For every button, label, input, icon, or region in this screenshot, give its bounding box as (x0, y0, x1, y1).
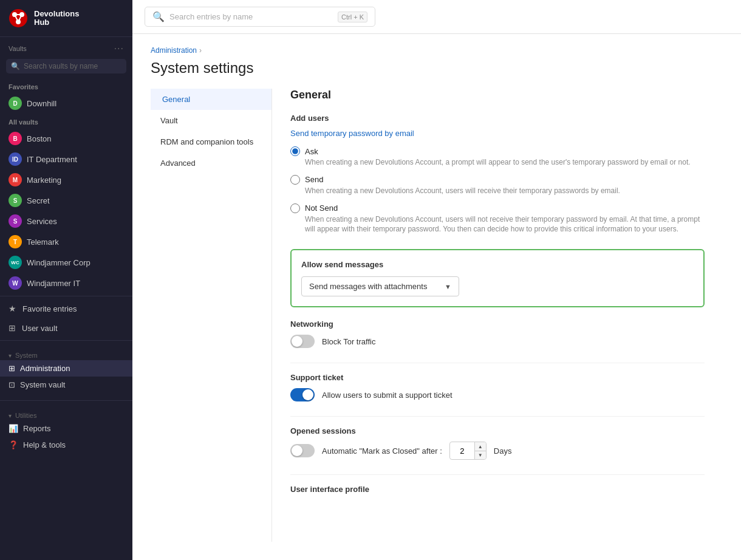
all-vaults-label: All vaults (0, 114, 132, 128)
svg-point-0 (9, 9, 27, 27)
radio-ask[interactable] (290, 146, 300, 156)
star-icon: ★ (9, 304, 16, 313)
nav-item-general[interactable]: General (151, 89, 271, 110)
support-ticket-allow-label: Allow users to submit a support ticket (322, 391, 452, 400)
sidebar-item-secret[interactable]: S Secret (0, 190, 132, 211)
sidebar-item-boston[interactable]: B Boston (0, 128, 132, 149)
vault-search[interactable]: 🔍 (6, 59, 126, 73)
global-search[interactable]: 🔍 Ctrl + K (145, 7, 375, 27)
days-increment[interactable]: ▲ (475, 442, 486, 451)
radio-send-label[interactable]: Send (305, 175, 323, 184)
separator-1 (290, 363, 705, 363)
help-tools-label: Help & tools (23, 440, 66, 449)
main-content: 🔍 Ctrl + K Administration › System setti… (132, 0, 741, 560)
telemark-avatar: T (9, 235, 22, 248)
system-vault-label: System vault (20, 380, 65, 389)
chevron-down-icon: ▼ (445, 283, 451, 290)
system-vault-icon: ⊡ (9, 380, 15, 389)
system-section: System ⊞ Administration ⊡ System vault (0, 343, 132, 398)
support-ticket-label: Support ticket (290, 373, 705, 382)
networking-label: Networking (290, 319, 705, 329)
sidebar-item-user-vault[interactable]: ⊞ User vault (0, 318, 132, 338)
allow-send-messages-box: Allow send messages Send messages with a… (290, 249, 705, 307)
content-layout: General Vault RDM and companion tools Ad… (151, 89, 723, 542)
allow-send-messages-label: Allow send messages (301, 260, 694, 269)
radio-option-ask: Ask When creating a new Devolutions Acco… (290, 146, 705, 168)
opened-sessions-label: Opened sessions (290, 426, 705, 435)
days-spinner[interactable]: ▲ ▼ (449, 442, 487, 460)
radio-ask-label[interactable]: Ask (305, 147, 318, 156)
radio-send-desc: When creating a new Devolutions Account,… (305, 186, 705, 196)
radio-not-send[interactable] (290, 203, 300, 213)
separator-3 (290, 474, 705, 475)
user-vault-icon: ⊞ (9, 323, 16, 333)
utilities-label: Utilities (0, 408, 132, 420)
breadcrumb-parent[interactable]: Administration (151, 46, 197, 55)
radio-send[interactable] (290, 175, 300, 185)
search-input[interactable] (169, 12, 333, 21)
days-input[interactable] (450, 444, 474, 458)
block-tor-toggle[interactable] (290, 335, 315, 348)
send-messages-dropdown[interactable]: Send messages with attachments ▼ (301, 276, 459, 296)
windjammer-corp-label: Windjammer Corp (27, 258, 90, 267)
services-label: Services (27, 217, 57, 226)
vault-search-icon: 🔍 (11, 62, 20, 70)
sidebar-item-windjammer-it[interactable]: W Windjammer IT (0, 273, 132, 293)
days-decrement[interactable]: ▼ (475, 451, 486, 459)
add-users-section: Add users Send temporary password by ema… (290, 114, 705, 234)
support-ticket-toggle[interactable] (290, 388, 315, 401)
sidebar-item-it-dept[interactable]: ID IT Department (0, 149, 132, 169)
reports-icon: 📊 (9, 424, 18, 433)
secret-avatar: S (9, 194, 22, 207)
sidebar-item-favorite-entries[interactable]: ★ Favorite entries (0, 299, 132, 318)
windjammer-it-label: Windjammer IT (27, 279, 80, 288)
block-tor-row: Block Tor traffic (290, 335, 705, 348)
auto-close-label: Automatic "Mark as Closed" after : (322, 446, 442, 456)
opened-sessions-toggle[interactable] (290, 444, 315, 457)
sidebar-item-reports[interactable]: 📊 Reports (0, 420, 132, 437)
user-interface-section: User interface profile (290, 485, 705, 494)
nav-item-vault[interactable]: Vault (151, 110, 271, 131)
vault-search-input[interactable] (24, 62, 121, 70)
panel-title: General (290, 89, 705, 101)
spinner-buttons: ▲ ▼ (474, 442, 486, 459)
radio-not-send-label[interactable]: Not Send (305, 203, 338, 213)
nav-item-rdm-tools[interactable]: RDM and companion tools (151, 131, 271, 152)
sidebar-item-administration[interactable]: ⊞ Administration (0, 360, 132, 377)
block-tor-label: Block Tor traffic (322, 337, 375, 346)
support-ticket-section: Support ticket Allow users to submit a s… (290, 373, 705, 401)
sidebar: Devolutions Hub Vaults ··· 🔍 Favorites D… (0, 0, 132, 560)
utilities-section: Utilities 📊 Reports ❓ Help & tools (0, 403, 132, 458)
vaults-menu-icon[interactable]: ··· (114, 43, 124, 54)
nav-item-advanced[interactable]: Advanced (151, 152, 271, 174)
sidebar-item-services[interactable]: S Services (0, 211, 132, 231)
system-label: System (0, 348, 132, 360)
radio-option-send: Send When creating a new Devolutions Acc… (290, 175, 705, 196)
sidebar-item-marketing[interactable]: M Marketing (0, 169, 132, 190)
topbar: 🔍 Ctrl + K (132, 0, 741, 34)
sidebar-item-help-tools[interactable]: ❓ Help & tools (0, 437, 132, 453)
sidebar-divider-2 (0, 340, 132, 341)
opened-sessions-section: Opened sessions Automatic "Mark as Close… (290, 426, 705, 460)
page-body: Administration › System settings General… (132, 34, 741, 560)
boston-avatar: B (9, 132, 22, 145)
logo-icon (9, 9, 28, 28)
sidebar-item-telemark[interactable]: T Telemark (0, 231, 132, 252)
content-area: Administration › System settings General… (132, 34, 741, 560)
temp-password-label: Send temporary password by email (290, 129, 705, 138)
sidebar-item-windjammer-corp[interactable]: WC Windjammer Corp (0, 252, 132, 273)
sidebar-item-system-vault[interactable]: ⊡ System vault (0, 377, 132, 393)
administration-label: Administration (20, 364, 70, 373)
sidebar-divider-3 (0, 400, 132, 401)
boston-label: Boston (27, 134, 51, 143)
it-dept-avatar: ID (9, 152, 22, 166)
sidebar-item-downhill[interactable]: D Downhill (0, 93, 132, 114)
app-logo: Devolutions Hub (0, 0, 132, 37)
radio-ask-desc: When creating a new Devolutions Account,… (305, 157, 705, 168)
settings-panel: General Add users Send temporary passwor… (272, 89, 723, 542)
favorites-label: Favorites (0, 78, 132, 93)
help-icon: ❓ (9, 440, 18, 449)
administration-icon: ⊞ (9, 364, 15, 373)
app-name: Devolutions Hub (34, 10, 79, 27)
search-icon: 🔍 (152, 11, 165, 22)
